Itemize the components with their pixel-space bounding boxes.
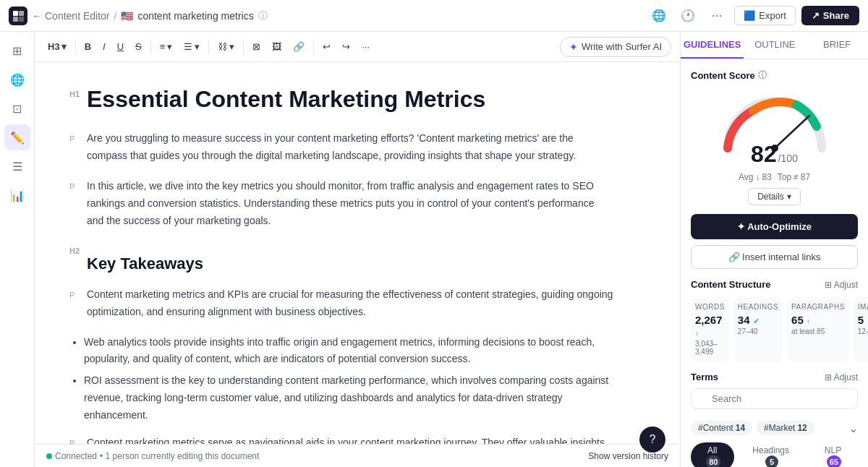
bullet-list-1: Web analytics tools provide insights int… xyxy=(84,334,613,424)
write-ai-button[interactable]: ✦ Write with Surfer AI xyxy=(560,37,671,57)
toolbar-separator-3 xyxy=(208,40,209,54)
editor-content[interactable]: H1 Essential Content Marketing Metrics P… xyxy=(35,62,657,444)
p2-marker: P xyxy=(69,178,87,192)
help-button[interactable]: ? xyxy=(639,427,665,453)
breadcrumb-flag: 🇺🇸 xyxy=(121,10,133,22)
hyperlink-icon: 🔗 xyxy=(293,41,305,52)
h2-block: H2 Key Takeaways xyxy=(69,242,613,283)
insert-links-button[interactable]: 🔗 Insert internal links xyxy=(691,245,858,269)
export-button[interactable]: 🟦 Export xyxy=(734,6,796,25)
bold-button[interactable]: B xyxy=(80,38,95,55)
breadcrumb-separator: / xyxy=(114,10,117,22)
search-wrapper: 🔍 xyxy=(691,388,858,415)
paragraph-2[interactable]: In this article, we dive into the key me… xyxy=(87,178,613,229)
h1-marker: H1 xyxy=(69,85,87,100)
toolbar-separator-2 xyxy=(150,40,151,54)
p3-block: P Content marketing metrics and KPIs are… xyxy=(69,286,613,331)
show-history-link[interactable]: Show version history xyxy=(588,451,668,461)
list-item: Web analytics tools provide insights int… xyxy=(84,334,613,369)
redo-button[interactable]: ↪ xyxy=(338,38,354,55)
content-score-title: Content Score ⓘ xyxy=(691,69,858,82)
globe-icon-btn[interactable]: 🌐 xyxy=(647,4,671,27)
sidebar-icon-globe[interactable]: 🌐 xyxy=(4,67,30,93)
strikethrough-button[interactable]: S xyxy=(131,38,146,55)
more-toolbar-button[interactable]: ··· xyxy=(357,38,374,55)
more-options-button[interactable]: ··· xyxy=(705,4,728,27)
paragraph-1[interactable]: Are you struggling to measure success in… xyxy=(87,130,613,165)
svg-rect-2 xyxy=(13,17,18,22)
structure-adjust-button[interactable]: ⊞ Adjust xyxy=(825,280,858,290)
share-icon: ↗ xyxy=(812,10,820,21)
toolbar-separator-1 xyxy=(75,40,76,54)
italic-button[interactable]: I xyxy=(98,38,110,55)
sidebar-icon-editor[interactable]: ✏️ xyxy=(4,124,30,150)
svg-rect-1 xyxy=(19,11,24,16)
special-char-button[interactable]: ⊠ xyxy=(248,38,265,55)
bold-label: B xyxy=(85,41,91,52)
terms-tabs: All 80 Headings 5 NLP 65 xyxy=(691,442,858,467)
image-icon: 🖼 xyxy=(272,41,281,52)
content-structure-header: Content Structure ⊞ Adjust xyxy=(691,279,858,290)
special-char-icon: ⊠ xyxy=(252,41,260,52)
terms-search-input[interactable] xyxy=(691,388,858,409)
tab-brief[interactable]: BRIEF xyxy=(806,32,868,59)
terms-adjust-button[interactable]: ⊞ Adjust xyxy=(825,372,858,382)
svg-rect-0 xyxy=(13,11,18,16)
back-arrow-icon: ← xyxy=(32,10,42,22)
heading-chevron-icon: ▾ xyxy=(61,41,67,52)
undo-button[interactable]: ↩ xyxy=(318,38,335,55)
hyperlink-button[interactable]: 🔗 xyxy=(289,38,309,55)
back-button[interactable]: ← Content Editor xyxy=(32,10,110,22)
tag-row: #Content 14 #Market 12 ⌄ xyxy=(691,421,858,435)
tab-outline[interactable]: OUTLINE xyxy=(744,32,806,59)
clock-icon-btn[interactable]: 🕐 xyxy=(676,4,699,27)
back-label: Content Editor xyxy=(45,10,110,22)
more-toolbar-icon: ··· xyxy=(362,41,370,52)
tab-guidelines[interactable]: GUIDELINES xyxy=(681,32,744,59)
term-tab-nlp[interactable]: NLP 65 xyxy=(808,442,858,467)
topbar-left: ← Content Editor / 🇺🇸 content marketing … xyxy=(9,7,642,25)
term-tab-all[interactable]: All 80 xyxy=(691,442,734,467)
h2-marker: H2 xyxy=(69,242,87,257)
link-button[interactable]: ⛓ ▾ xyxy=(213,38,239,55)
structure-grid: WORDS 2,267 ↑ 3,043–3,499 HEADINGS 34 ✓ … xyxy=(691,297,858,361)
toolbar-separator-4 xyxy=(243,40,244,54)
breadcrumb-doc-title: content marketing metrics xyxy=(137,10,253,22)
headings-badge: 5 xyxy=(765,455,778,467)
details-button[interactable]: Details ▾ xyxy=(748,188,801,205)
sidebar-icon-chart[interactable]: 📊 xyxy=(4,182,30,208)
underline-button[interactable]: U xyxy=(113,38,128,55)
paragraph-3[interactable]: Content marketing metrics and KPIs are c… xyxy=(87,286,613,321)
tags-expand-button[interactable]: ⌄ xyxy=(848,421,858,435)
list-icon: ☰ xyxy=(184,41,192,52)
sidebar-icon-list[interactable]: ☰ xyxy=(4,153,30,179)
list-button[interactable]: ☰ ▾ xyxy=(179,38,204,55)
tag-content[interactable]: #Content 14 xyxy=(691,421,752,435)
doc-title[interactable]: Essential Content Marketing Metrics xyxy=(87,85,485,113)
score-denominator: /100 xyxy=(778,153,798,164)
share-button[interactable]: ↗ Share xyxy=(801,6,859,25)
auto-optimize-button[interactable]: ✦ Auto-Optimize xyxy=(691,214,858,239)
doc-h2-heading[interactable]: Key Takeaways xyxy=(87,254,203,275)
ai-icon: ✦ xyxy=(569,41,578,53)
sidebar-icon-grid[interactable]: ⊡ xyxy=(4,95,30,121)
content-score-info-icon[interactable]: ⓘ xyxy=(758,69,767,82)
all-badge: 80 xyxy=(706,455,720,467)
struct-headings: HEADINGS 34 ✓ 27–40 xyxy=(733,297,783,361)
paragraph-4[interactable]: Content marketing metrics serve as navig… xyxy=(87,434,613,444)
sidebar-icon-home[interactable]: ⊞ xyxy=(4,38,30,64)
right-panel: GUIDELINES OUTLINE BRIEF Content Score ⓘ xyxy=(680,32,868,467)
align-icon: ≡ xyxy=(160,41,166,52)
heading-selector[interactable]: H3 ▾ xyxy=(43,38,71,55)
score-number: 82 xyxy=(751,141,777,168)
heading-level-label: H3 xyxy=(48,41,60,52)
align-button[interactable]: ≡ ▾ xyxy=(156,38,177,55)
term-tab-headings[interactable]: Headings 5 xyxy=(737,442,805,467)
doc-info-icon[interactable]: ⓘ xyxy=(258,9,268,22)
tag-market[interactable]: #Market 12 xyxy=(757,421,814,435)
image-button[interactable]: 🖼 xyxy=(268,38,286,55)
p1-block: P Are you struggling to measure success … xyxy=(69,130,613,175)
score-meta: Avg ↓ 83 Top ≠ 87 xyxy=(739,172,810,182)
connected-indicator xyxy=(46,453,52,459)
h1-block: H1 Essential Content Marketing Metrics xyxy=(69,85,613,127)
